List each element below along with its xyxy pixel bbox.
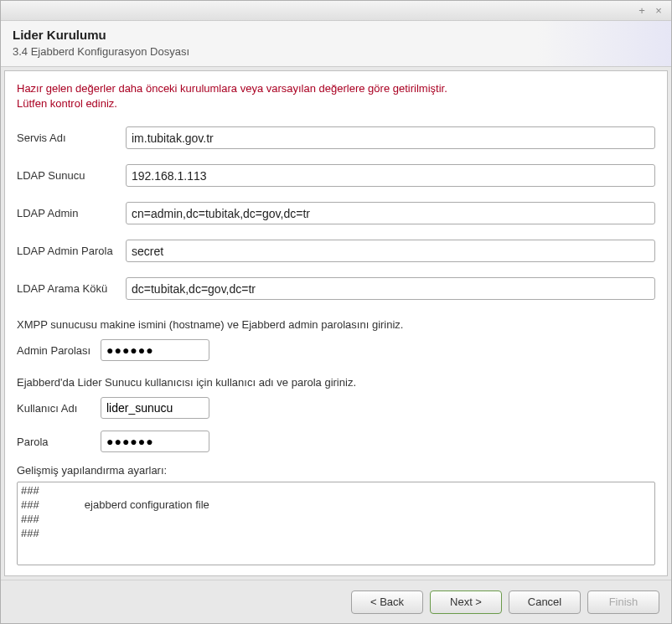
textarea-config[interactable] [17,482,655,565]
label-admin-password: Admin Parolası [17,344,101,357]
input-admin-password[interactable] [101,339,209,361]
input-ldap-server[interactable] [126,164,655,187]
label-ldap-server: LDAP Sunucu [17,169,126,182]
next-button[interactable]: Next > [430,590,502,614]
row-password: Parola [17,431,655,452]
row-service-name: Servis Adı [17,126,655,149]
content-panel: Hazır gelen değerler daha önceki kurulum… [1,67,671,580]
finish-button: Finish [587,590,659,614]
cancel-button[interactable]: Cancel [509,590,581,614]
close-icon[interactable]: × [653,5,664,17]
label-ldap-search-root: LDAP Arama Kökü [17,282,126,295]
input-ldap-admin[interactable] [126,202,655,224]
warning-line-1: Hazır gelen değerler daha önceki kurulum… [17,82,447,95]
titlebar: + × [1,1,671,21]
minimize-icon[interactable]: + [636,5,648,17]
input-username[interactable] [101,397,209,419]
warning-message: Hazır gelen değerler daha önceki kurulum… [17,81,655,111]
page-title: Lider Kurulumu [13,28,659,42]
hint-xmpp: XMPP sunucusu makine ismini (hostname) v… [17,318,655,331]
footer: < Back Next > Cancel Finish [1,580,671,623]
warning-line-2: Lütfen kontrol ediniz. [17,97,117,110]
input-service-name[interactable] [126,126,655,149]
label-password: Parola [17,436,101,448]
page-subtitle: 3.4 Ejabberd Konfigurasyon Dosyası [13,45,659,58]
input-ldap-search-root[interactable] [126,277,655,300]
wizard-window: + × Lider Kurulumu 3.4 Ejabberd Konfigur… [0,0,672,624]
row-admin-password: Admin Parolası [17,339,655,361]
row-ldap-search-root: LDAP Arama Kökü [17,277,655,300]
label-ldap-admin: LDAP Admin [17,207,126,219]
content: Hazır gelen değerler daha önceki kurulum… [4,70,668,576]
label-service-name: Servis Adı [17,132,126,144]
input-password[interactable] [101,431,209,452]
label-ldap-admin-password: LDAP Admin Parola [17,245,126,257]
row-username: Kullanıcı Adı [17,397,655,419]
row-ldap-admin-password: LDAP Admin Parola [17,240,655,262]
back-button[interactable]: < Back [351,590,423,614]
label-username: Kullanıcı Adı [17,402,101,415]
row-ldap-admin: LDAP Admin [17,202,655,224]
header: Lider Kurulumu 3.4 Ejabberd Konfigurasyo… [1,21,671,67]
hint-ejabberd: Ejabberd'da Lider Sunucu kullanıcısı içi… [17,376,655,389]
row-ldap-server: LDAP Sunucu [17,164,655,187]
input-ldap-admin-password[interactable] [126,240,655,262]
label-advanced-section: Gelişmiş yapılandırma ayarları: [17,464,655,477]
